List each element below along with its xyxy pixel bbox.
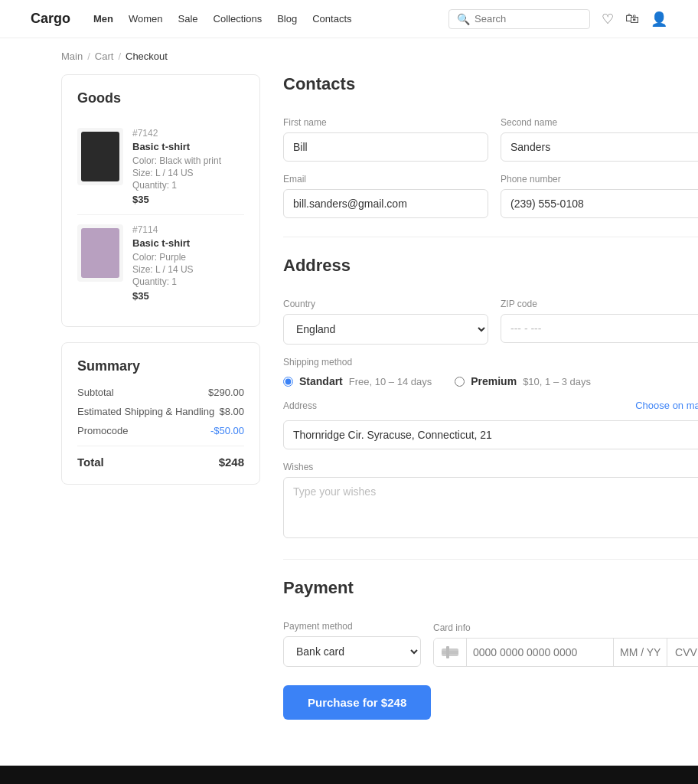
summary-promo-value: -$50.00: [210, 425, 244, 436]
summary-shipping-value: $8.00: [219, 406, 244, 417]
shipping-options: Standart Free, 10 – 14 days Premium $10,…: [283, 375, 698, 387]
breadcrumb: Main / Cart / Checkout: [0, 38, 698, 74]
goods-qty-2: Quantity: 1: [132, 276, 194, 287]
wishes-label: Wishes: [283, 462, 698, 472]
name-row: First name Second name: [283, 117, 698, 162]
tshirt-purple-icon: [81, 228, 119, 278]
country-group: Country England: [283, 299, 488, 345]
summary-subtotal-row: Subtotal $290.00: [77, 387, 244, 398]
zip-input[interactable]: [501, 314, 698, 343]
goods-size-1: Size: L / 14 US: [132, 168, 221, 178]
summary-total-row: Total $248: [77, 456, 244, 469]
address-group: Address Choose on map: [283, 400, 698, 449]
user-icon[interactable]: 👤: [651, 11, 667, 28]
choose-on-map-link[interactable]: Choose on map: [635, 400, 698, 411]
nav-collections[interactable]: Collections: [214, 13, 263, 24]
email-group: Email: [283, 174, 488, 218]
email-label: Email: [283, 174, 488, 185]
shipping-premium-radio[interactable]: [455, 377, 465, 387]
wishlist-icon[interactable]: ♡: [602, 11, 614, 28]
search-box[interactable]: 🔍: [448, 9, 590, 29]
address-section: Address Country England ZIP code Shippin…: [283, 256, 698, 541]
left-panel: Goods #7142 Basic t-shirt Color: Black w…: [61, 74, 260, 720]
purchase-button[interactable]: Purchase for $248: [283, 685, 431, 720]
payment-section: Payment Payment method Bank card Card in…: [283, 578, 698, 720]
shipping-premium-desc: $10, 1 – 3 days: [523, 376, 591, 387]
goods-price-1: $35: [132, 194, 221, 205]
second-name-input[interactable]: [501, 132, 698, 162]
footer: Cargo Home Become Affiliate Go Unlimited…: [0, 766, 698, 784]
cart-icon[interactable]: 🛍: [625, 11, 639, 27]
goods-qty-1: Quantity: 1: [132, 180, 221, 191]
goods-image-2: [77, 224, 123, 282]
goods-size-2: Size: L / 14 US: [132, 264, 194, 275]
summary-card: Summary Subtotal $290.00 Estimated Shipp…: [61, 342, 260, 485]
email-input[interactable]: [283, 189, 488, 218]
goods-name-2: Basic t-shirt: [132, 237, 194, 249]
header: Cargo Men Women Sale Collections Blog Co…: [0, 0, 698, 38]
goods-title: Goods: [77, 90, 244, 106]
address-input[interactable]: [283, 420, 698, 449]
address-label-row: Address Choose on map: [283, 400, 698, 411]
payment-method-group: Payment method Bank card: [283, 621, 421, 667]
shipping-standard-desc: Free, 10 – 14 days: [349, 376, 432, 387]
main-nav: Men Women Sale Collections Blog Contacts: [93, 13, 448, 24]
shipping-standard-radio[interactable]: [283, 377, 293, 387]
card-info-group: Card info: [433, 622, 698, 667]
second-name-label: Second name: [501, 117, 698, 128]
goods-item-2: #7114 Basic t-shirt Color: Purple Size: …: [77, 215, 244, 311]
shipping-premium[interactable]: Premium $10, 1 – 3 days: [455, 375, 591, 387]
breadcrumb-current: Checkout: [126, 51, 168, 62]
logo[interactable]: Cargo: [31, 11, 70, 27]
wishes-textarea[interactable]: [283, 477, 698, 538]
header-actions: 🔍 ♡ 🛍 👤: [448, 9, 667, 29]
address-title: Address: [283, 256, 698, 283]
summary-shipping-label: Estimated Shipping & Handling: [77, 406, 214, 417]
shipping-premium-name: Premium: [471, 375, 517, 387]
address-divider: [283, 559, 698, 560]
shipping-standard[interactable]: Standart Free, 10 – 14 days: [283, 375, 432, 387]
contacts-section: Contacts First name Second name Email Ph…: [283, 74, 698, 218]
goods-info-1: #7142 Basic t-shirt Color: Black with pr…: [132, 128, 221, 205]
zip-group: ZIP code: [501, 299, 698, 345]
main-content: Goods #7142 Basic t-shirt Color: Black w…: [0, 74, 698, 766]
svg-rect-2: [442, 651, 458, 654]
summary-title: Summary: [77, 358, 244, 374]
payment-row: Payment method Bank card Card info: [283, 621, 698, 667]
goods-id-2: #7114: [132, 224, 194, 235]
first-name-label: First name: [283, 117, 488, 128]
breadcrumb-main[interactable]: Main: [61, 51, 83, 62]
address-label: Address: [283, 400, 317, 411]
summary-total-value: $248: [219, 456, 244, 469]
nav-contacts[interactable]: Contacts: [312, 13, 351, 24]
nav-blog[interactable]: Blog: [277, 13, 297, 24]
breadcrumb-cart[interactable]: Cart: [95, 51, 114, 62]
summary-promo-row: Promocode -$50.00: [77, 425, 244, 436]
payment-method-select[interactable]: Bank card: [283, 636, 421, 667]
card-cvv-input[interactable]: [667, 639, 698, 666]
first-name-input[interactable]: [283, 132, 488, 162]
breadcrumb-sep-1: /: [87, 51, 90, 62]
card-number-input[interactable]: [467, 639, 613, 666]
goods-price-2: $35: [132, 290, 194, 302]
summary-shipping-row: Estimated Shipping & Handling $8.00: [77, 406, 244, 417]
goods-info-2: #7114 Basic t-shirt Color: Purple Size: …: [132, 224, 194, 302]
country-select[interactable]: England: [283, 314, 488, 345]
summary-total-label: Total: [77, 456, 104, 469]
contact-row: Email Phone number: [283, 174, 698, 218]
contacts-title: Contacts: [283, 74, 698, 102]
payment-title: Payment: [283, 578, 698, 606]
phone-input[interactable]: [501, 189, 698, 218]
card-date-input[interactable]: [613, 639, 667, 666]
goods-card: Goods #7142 Basic t-shirt Color: Black w…: [61, 74, 260, 327]
breadcrumb-sep-2: /: [118, 51, 121, 62]
nav-women[interactable]: Women: [129, 13, 163, 24]
summary-divider: [77, 446, 244, 446]
card-chip-icon: [434, 639, 467, 666]
shipping-standard-name: Standart: [299, 375, 343, 387]
tshirt-black-icon: [81, 132, 119, 181]
nav-sale[interactable]: Sale: [178, 13, 198, 24]
nav-men[interactable]: Men: [93, 13, 113, 24]
search-input[interactable]: [475, 13, 582, 24]
phone-label: Phone number: [501, 174, 698, 185]
